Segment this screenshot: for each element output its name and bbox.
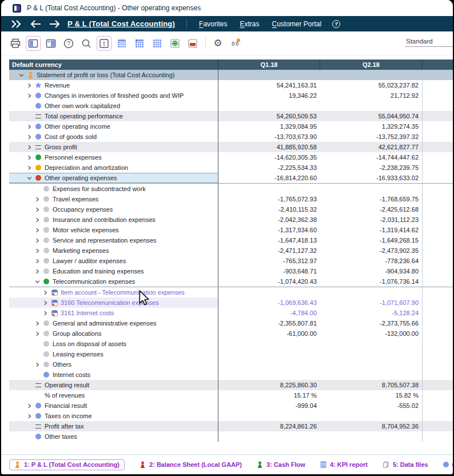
grid-view-2-button[interactable] [132,36,147,51]
cell-q1[interactable]: 1,329,084.95 [218,121,320,132]
cell-q2[interactable]: -2,031,112.23 [320,215,423,225]
column-header-q1[interactable]: Q1.18 [218,60,320,70]
cell-q1[interactable]: -2,410,115.32 [218,204,320,215]
cell-q2[interactable]: -16,933,633.02 [320,173,423,183]
print-button[interactable] [8,36,23,51]
table-row[interactable]: Education and training expenses-903,648.… [9,266,453,276]
cell-q2[interactable] [320,431,423,442]
table-row[interactable]: Insurance and contribution expenses-2,04… [9,215,453,225]
table-row[interactable]: Travel expenses-1,765,072.93-1,768,659.7… [9,194,453,204]
table-row[interactable]: Group allocations-61,000.00-132,000.00 [9,328,453,339]
cell-q2[interactable]: -1,319,414.62 [320,225,423,235]
table-row[interactable]: Loss on disposal of assets [9,339,453,349]
cell-q1[interactable] [218,349,320,359]
chevron-right-icon[interactable] [25,155,33,160]
chevron-right-icon[interactable] [25,124,33,129]
cell-q1[interactable]: -2,471,127.32 [218,245,320,256]
cell-q1[interactable]: -1,074,420.43 [218,276,320,287]
cell-q2[interactable]: -1,071,607.90 [320,298,423,308]
table-row[interactable]: Item account - Telecommunication expense… [9,287,453,298]
cell-q2[interactable]: -778,236.64 [320,256,423,266]
table-row[interactable]: Other operating income1,329,084.951,329,… [9,121,453,132]
cell-q2[interactable] [320,370,423,380]
chevron-right-icon[interactable] [25,93,33,98]
cell-q2[interactable]: 21,712.92 [320,90,423,101]
nav-menu-extras[interactable]: Extras [240,20,259,28]
chevron-right-icon[interactable] [25,403,33,408]
chevron-right-icon[interactable] [33,321,41,326]
chevron-right-icon[interactable] [33,207,41,212]
cell-q1[interactable]: -2,225,534.33 [218,162,320,173]
help-button[interactable]: ? [61,36,76,51]
cell-q2[interactable]: -2,425,612.68 [320,204,423,215]
cell-q1[interactable] [218,101,320,111]
cell-q1[interactable]: 8,225,860.30 [218,380,320,390]
table-row[interactable]: Gross profit41,885,920.5842,621,827.77 [9,142,453,152]
chevron-right-icon[interactable] [25,145,33,150]
tab-1[interactable]: 1: P & L (Total Cost Accounting) [9,459,125,470]
cell-q1[interactable]: -999.04 [218,400,320,411]
table-row[interactable]: Other operating expenses-16,814,220.60-1… [9,173,453,184]
chevron-down-icon[interactable] [25,176,33,181]
cell-q1[interactable] [218,339,320,349]
cell-q1[interactable]: -765,312.97 [218,256,320,266]
table-row[interactable]: Internet costs [9,370,453,380]
tab-4[interactable]: 4: KPI report [320,461,368,468]
settings-button[interactable]: ⚙ [210,36,225,51]
chevron-right-icon[interactable] [33,248,41,253]
users-button[interactable] [228,36,243,51]
chevron-right-icon[interactable] [33,259,41,264]
table-row[interactable]: Telecommunication expenses-1,074,420.43-… [9,276,453,287]
table-row[interactable]: Marketing expenses-2,471,127.32-2,473,90… [9,245,453,256]
help-icon[interactable]: ? [332,20,340,28]
chevron-right-icon[interactable] [41,311,49,316]
chevron-down-icon[interactable] [33,279,41,284]
cell-q2[interactable]: 55,023,237.82 [320,80,423,90]
cell-q1[interactable]: -13,703,673.90 [218,132,320,142]
back-arrow-icon[interactable] [30,20,41,28]
export-excel-button[interactable] [168,36,182,51]
cell-q1[interactable] [218,411,320,421]
chevron-right-icon[interactable] [41,300,49,306]
table-row[interactable]: Expenses for subcontracted work [9,184,453,194]
table-row[interactable]: Cost of goods sold-13,703,673.90-13,752,… [9,132,453,142]
cell-q1[interactable]: -4,784.00 [218,308,320,318]
column-header-q2[interactable]: Q2.18 [320,60,423,70]
table-row[interactable]: Statement of profit or loss (Total Cost … [9,70,453,80]
cell-q2[interactable]: 8,705,507.38 [320,380,423,390]
cell-q2[interactable]: 55,044,950.74 [320,111,423,121]
nav-menu-customer-portal[interactable]: Customer Portal [272,20,321,28]
cell-q2[interactable]: -132,000.00 [320,328,423,339]
cell-q2[interactable]: -2,473,902.35 [320,245,423,256]
cell-q2[interactable]: -14,744,447.62 [320,152,423,162]
cell-q2[interactable]: -1,649,268.15 [320,235,423,245]
tab-5[interactable]: 5: Data files [383,461,428,468]
cell-q1[interactable]: -1,765,072.93 [218,194,320,204]
cell-q1[interactable]: 41,885,920.58 [218,142,320,152]
cell-q1[interactable]: 8,224,861.26 [218,421,320,431]
chevron-right-icon[interactable] [33,228,41,233]
cell-q2[interactable]: -1,076,736.14 [320,276,423,287]
cell-q2[interactable]: -2,238,239.75 [320,162,423,173]
nav-heading[interactable]: P & L (Total Cost Accounting) [67,19,175,28]
cell-q2[interactable] [320,184,423,194]
cell-q1[interactable]: -61,000.00 [218,328,320,339]
table-row[interactable]: Financial result-999.04-555.02 [9,400,453,411]
chevron-right-icon[interactable] [25,414,33,419]
cell-q1[interactable] [218,184,320,194]
grid-view-1-button[interactable] [114,36,129,51]
grid-view-3-button[interactable] [150,36,165,51]
table-row[interactable]: Occupancy expenses-2,410,115.32-2,425,61… [9,204,453,215]
tab-2[interactable]: 2: Balance Sheet (Local GAAP) [140,461,242,469]
cell-q1[interactable]: -14,620,305.35 [218,152,320,162]
layout-preset-select[interactable]: Standard [405,37,453,47]
cell-q1[interactable]: -1,647,418.13 [218,235,320,245]
chevron-right-icon[interactable] [25,134,33,140]
cell-q2[interactable]: -2,373,755.66 [320,318,423,328]
cell-q2[interactable] [320,70,423,80]
cell-q1[interactable]: -16,814,220.60 [218,173,320,183]
table-row[interactable]: % of revenues15.17 %15.82 % [9,390,453,400]
table-row[interactable]: Total operating performance54,260,509.53… [9,111,453,121]
layout-top-button[interactable] [43,36,58,51]
table-row[interactable]: Others [9,359,453,370]
